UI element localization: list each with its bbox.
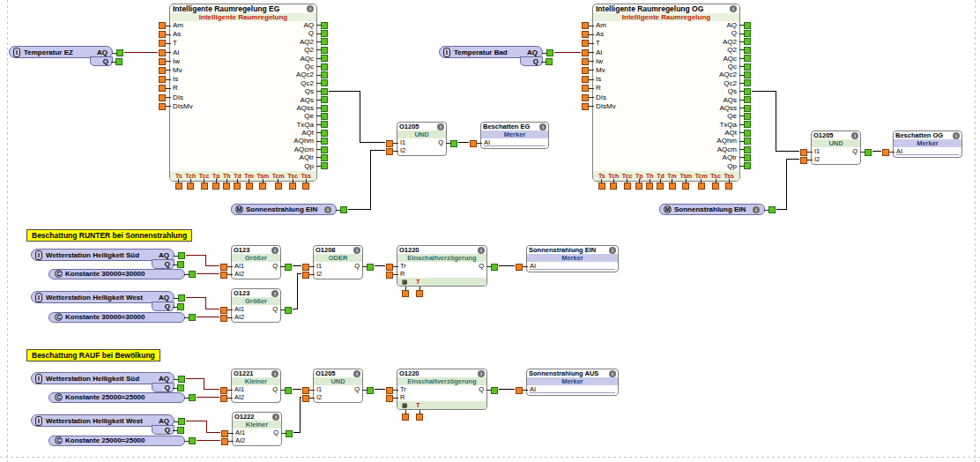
input-pin[interactable]: [582, 22, 589, 29]
input-pin-i1[interactable]: [302, 264, 309, 271]
temp-pin[interactable]: [223, 183, 230, 190]
input-pin-i2[interactable]: [800, 157, 807, 164]
logic-block-und-lower[interactable]: O1205i UND I1Q I2: [313, 369, 363, 403]
info-icon[interactable]: i: [271, 247, 278, 254]
temp-pin[interactable]: [212, 183, 219, 190]
input-pin-i2[interactable]: [302, 395, 309, 402]
temp-pin[interactable]: [669, 183, 676, 190]
input-pin[interactable]: [582, 67, 589, 74]
info-icon[interactable]: i: [609, 370, 616, 377]
output-pin[interactable]: [744, 154, 751, 161]
info-icon[interactable]: i: [953, 132, 960, 139]
input-pin-i2[interactable]: [386, 148, 393, 155]
input-pin-ai1[interactable]: [220, 264, 227, 271]
analog-input-wetterstation-sued-1[interactable]: I Wetterstation Helligkeit Süd AQ Q: [31, 249, 174, 261]
temp-pin[interactable]: [624, 183, 631, 190]
wire-digital[interactable]: [776, 160, 799, 210]
info-icon[interactable]: i: [478, 247, 485, 254]
output-pin-q[interactable]: [286, 430, 293, 437]
temp-pin[interactable]: [246, 183, 253, 190]
output-pin[interactable]: [321, 30, 328, 37]
output-pin[interactable]: [744, 55, 751, 62]
input-pin-ai[interactable]: [882, 149, 889, 156]
wire-digital[interactable]: [293, 398, 301, 433]
merker-ref-sonnenstrahlung-ein-right[interactable]: M Sonnenstrahlung EIN i: [659, 204, 765, 215]
temp-pin[interactable]: [598, 183, 605, 190]
info-icon[interactable]: i: [437, 123, 444, 130]
function-block-raumregelung-og[interactable]: Intelligente Raumregelung OG i Intellige…: [592, 4, 740, 182]
param-pin-timer[interactable]: [402, 290, 409, 297]
wire-digital[interactable]: [348, 151, 385, 210]
aq-output-pin[interactable]: [178, 418, 185, 425]
aq-output-pin[interactable]: [178, 376, 185, 383]
temp-pin[interactable]: [289, 183, 296, 190]
analog-input-temperatur-ez[interactable]: I Temperatur EZ AQ Q: [9, 46, 113, 58]
output-pin[interactable]: [321, 154, 328, 161]
input-pin[interactable]: [582, 58, 589, 65]
output-pin[interactable]: [321, 113, 328, 120]
output-pin[interactable]: [744, 30, 751, 37]
temp-pin[interactable]: [175, 183, 182, 190]
input-pin[interactable]: [582, 49, 589, 56]
constant-25000-a[interactable]: C Konstante 25000=25000: [48, 392, 185, 403]
output-pin[interactable]: [321, 130, 328, 137]
output-pin[interactable]: [321, 38, 328, 45]
logic-block-groesser-2[interactable]: O123i Größer AI1Q AI2: [231, 288, 281, 323]
output-pin[interactable]: [321, 47, 328, 54]
temp-pin[interactable]: [682, 183, 689, 190]
analog-input-wetterstation-west-1[interactable]: I Wetterstation Helligkeit West AQ Q: [31, 291, 174, 303]
output-pin[interactable]: [189, 394, 196, 401]
logic-block-einschaltverzoegerung-1[interactable]: O1220i Einschaltverzögerung TrQ R T: [397, 245, 487, 287]
info-icon[interactable]: i: [271, 370, 278, 377]
param-pin-t[interactable]: [416, 290, 423, 297]
info-icon[interactable]: i: [271, 290, 278, 297]
q-output-pin[interactable]: [546, 58, 553, 65]
q-output-pin[interactable]: [177, 384, 184, 391]
input-pin-ai1[interactable]: [220, 387, 227, 394]
logic-block-einschaltverzoegerung-2[interactable]: O1220i Einschaltverzögerung TrQ R T: [397, 369, 487, 410]
wire-digital[interactable]: [293, 274, 301, 309]
output-pin[interactable]: [744, 162, 751, 169]
output-pin-q[interactable]: [285, 264, 292, 271]
aq-output-pin[interactable]: [116, 49, 123, 56]
output-pin[interactable]: [744, 146, 751, 153]
logic-block-oder[interactable]: O1208i ODER I1Q I2: [313, 245, 363, 279]
q-output-pin[interactable]: [177, 427, 184, 434]
output-pin-q[interactable]: [450, 140, 457, 147]
temp-pin[interactable]: [275, 183, 282, 190]
input-pin-i1[interactable]: [800, 149, 807, 156]
aq-output-pin[interactable]: [546, 49, 553, 56]
input-pin[interactable]: [582, 94, 589, 101]
output-pin[interactable]: [744, 71, 751, 78]
output-pin[interactable]: [744, 121, 751, 128]
wire-digital[interactable]: [329, 92, 385, 143]
input-pin-ai2[interactable]: [220, 395, 227, 402]
output-pin[interactable]: [744, 105, 751, 112]
input-pin[interactable]: [159, 85, 166, 92]
merker-block-beschatten-og[interactable]: Beschatten OGi Merker AI: [893, 130, 962, 158]
output-pin[interactable]: [321, 105, 328, 112]
output-pin-q[interactable]: [865, 149, 872, 156]
info-icon[interactable]: i: [539, 123, 546, 130]
output-pin[interactable]: [189, 271, 196, 278]
output-pin[interactable]: [744, 22, 751, 29]
function-block-raumregelung-eg[interactable]: Intelligente Raumregelung EG i Intellige…: [169, 4, 317, 182]
logic-block-kleiner-1[interactable]: O1221i Kleiner AI1Q AI2: [231, 369, 281, 403]
input-pin-i1[interactable]: [386, 140, 393, 147]
wire-analog[interactable]: [186, 255, 219, 266]
wire-analog[interactable]: [186, 421, 220, 433]
analog-input-temperatur-bad[interactable]: I Temperatur Bad AQ Q: [439, 46, 543, 58]
q-output-pin[interactable]: [115, 58, 122, 65]
output-pin[interactable]: [768, 206, 776, 213]
input-pin[interactable]: [159, 40, 166, 47]
output-pin-q[interactable]: [367, 387, 374, 394]
input-pin-ai[interactable]: [516, 264, 523, 271]
output-pin-q[interactable]: [285, 387, 292, 394]
output-pin[interactable]: [744, 113, 751, 120]
logic-block-und-eg[interactable]: O1205i UND I1Q I2: [397, 122, 447, 156]
input-pin[interactable]: [159, 58, 166, 65]
input-pin[interactable]: [159, 49, 166, 56]
info-icon[interactable]: i: [353, 370, 360, 377]
input-pin[interactable]: [159, 76, 166, 83]
temp-pin[interactable]: [712, 183, 719, 190]
